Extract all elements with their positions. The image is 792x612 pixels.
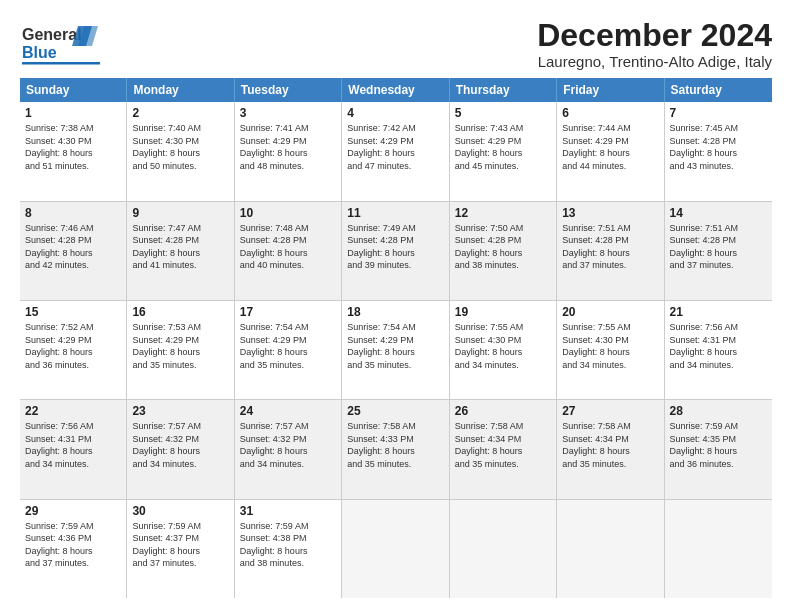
svg-text:Blue: Blue bbox=[22, 44, 57, 61]
cal-header-cell: Monday bbox=[127, 78, 234, 102]
cell-info: Sunrise: 7:57 AMSunset: 4:32 PMDaylight:… bbox=[132, 420, 228, 470]
calendar: SundayMondayTuesdayWednesdayThursdayFrid… bbox=[20, 78, 772, 598]
logo: General Blue bbox=[20, 18, 110, 70]
calendar-cell: 15Sunrise: 7:52 AMSunset: 4:29 PMDayligh… bbox=[20, 301, 127, 399]
calendar-cell bbox=[450, 500, 557, 598]
cal-header-cell: Friday bbox=[557, 78, 664, 102]
day-number: 8 bbox=[25, 206, 121, 220]
day-number: 19 bbox=[455, 305, 551, 319]
day-number: 5 bbox=[455, 106, 551, 120]
calendar-cell bbox=[557, 500, 664, 598]
calendar-cell: 11Sunrise: 7:49 AMSunset: 4:28 PMDayligh… bbox=[342, 202, 449, 300]
day-number: 29 bbox=[25, 504, 121, 518]
cell-info: Sunrise: 7:41 AMSunset: 4:29 PMDaylight:… bbox=[240, 122, 336, 172]
cell-info: Sunrise: 7:54 AMSunset: 4:29 PMDaylight:… bbox=[240, 321, 336, 371]
cell-info: Sunrise: 7:51 AMSunset: 4:28 PMDaylight:… bbox=[562, 222, 658, 272]
day-number: 30 bbox=[132, 504, 228, 518]
day-number: 14 bbox=[670, 206, 767, 220]
header: General Blue December 2024 Lauregno, Tre… bbox=[20, 18, 772, 70]
cal-header-cell: Thursday bbox=[450, 78, 557, 102]
calendar-body: 1Sunrise: 7:38 AMSunset: 4:30 PMDaylight… bbox=[20, 102, 772, 598]
calendar-header: SundayMondayTuesdayWednesdayThursdayFrid… bbox=[20, 78, 772, 102]
cell-info: Sunrise: 7:59 AMSunset: 4:35 PMDaylight:… bbox=[670, 420, 767, 470]
calendar-cell: 13Sunrise: 7:51 AMSunset: 4:28 PMDayligh… bbox=[557, 202, 664, 300]
calendar-cell: 14Sunrise: 7:51 AMSunset: 4:28 PMDayligh… bbox=[665, 202, 772, 300]
calendar-cell: 6Sunrise: 7:44 AMSunset: 4:29 PMDaylight… bbox=[557, 102, 664, 200]
day-number: 20 bbox=[562, 305, 658, 319]
cell-info: Sunrise: 7:56 AMSunset: 4:31 PMDaylight:… bbox=[25, 420, 121, 470]
day-number: 13 bbox=[562, 206, 658, 220]
cal-header-cell: Tuesday bbox=[235, 78, 342, 102]
cal-header-cell: Sunday bbox=[20, 78, 127, 102]
calendar-cell: 22Sunrise: 7:56 AMSunset: 4:31 PMDayligh… bbox=[20, 400, 127, 498]
calendar-row: 8Sunrise: 7:46 AMSunset: 4:28 PMDaylight… bbox=[20, 202, 772, 301]
calendar-cell: 7Sunrise: 7:45 AMSunset: 4:28 PMDaylight… bbox=[665, 102, 772, 200]
cell-info: Sunrise: 7:59 AMSunset: 4:38 PMDaylight:… bbox=[240, 520, 336, 570]
calendar-cell: 21Sunrise: 7:56 AMSunset: 4:31 PMDayligh… bbox=[665, 301, 772, 399]
calendar-cell: 20Sunrise: 7:55 AMSunset: 4:30 PMDayligh… bbox=[557, 301, 664, 399]
cell-info: Sunrise: 7:45 AMSunset: 4:28 PMDaylight:… bbox=[670, 122, 767, 172]
page-title: December 2024 bbox=[537, 18, 772, 53]
calendar-cell: 9Sunrise: 7:47 AMSunset: 4:28 PMDaylight… bbox=[127, 202, 234, 300]
calendar-cell: 31Sunrise: 7:59 AMSunset: 4:38 PMDayligh… bbox=[235, 500, 342, 598]
calendar-cell: 17Sunrise: 7:54 AMSunset: 4:29 PMDayligh… bbox=[235, 301, 342, 399]
calendar-cell bbox=[342, 500, 449, 598]
day-number: 24 bbox=[240, 404, 336, 418]
day-number: 25 bbox=[347, 404, 443, 418]
calendar-cell: 25Sunrise: 7:58 AMSunset: 4:33 PMDayligh… bbox=[342, 400, 449, 498]
calendar-cell: 24Sunrise: 7:57 AMSunset: 4:32 PMDayligh… bbox=[235, 400, 342, 498]
cell-info: Sunrise: 7:55 AMSunset: 4:30 PMDaylight:… bbox=[562, 321, 658, 371]
calendar-cell: 18Sunrise: 7:54 AMSunset: 4:29 PMDayligh… bbox=[342, 301, 449, 399]
calendar-cell: 12Sunrise: 7:50 AMSunset: 4:28 PMDayligh… bbox=[450, 202, 557, 300]
calendar-cell: 1Sunrise: 7:38 AMSunset: 4:30 PMDaylight… bbox=[20, 102, 127, 200]
calendar-cell: 19Sunrise: 7:55 AMSunset: 4:30 PMDayligh… bbox=[450, 301, 557, 399]
cell-info: Sunrise: 7:47 AMSunset: 4:28 PMDaylight:… bbox=[132, 222, 228, 272]
calendar-row: 1Sunrise: 7:38 AMSunset: 4:30 PMDaylight… bbox=[20, 102, 772, 201]
calendar-row: 15Sunrise: 7:52 AMSunset: 4:29 PMDayligh… bbox=[20, 301, 772, 400]
cell-info: Sunrise: 7:38 AMSunset: 4:30 PMDaylight:… bbox=[25, 122, 121, 172]
day-number: 3 bbox=[240, 106, 336, 120]
svg-rect-4 bbox=[22, 62, 100, 65]
calendar-cell: 29Sunrise: 7:59 AMSunset: 4:36 PMDayligh… bbox=[20, 500, 127, 598]
calendar-cell: 27Sunrise: 7:58 AMSunset: 4:34 PMDayligh… bbox=[557, 400, 664, 498]
cell-info: Sunrise: 7:59 AMSunset: 4:37 PMDaylight:… bbox=[132, 520, 228, 570]
day-number: 12 bbox=[455, 206, 551, 220]
cell-info: Sunrise: 7:48 AMSunset: 4:28 PMDaylight:… bbox=[240, 222, 336, 272]
calendar-cell: 10Sunrise: 7:48 AMSunset: 4:28 PMDayligh… bbox=[235, 202, 342, 300]
cell-info: Sunrise: 7:44 AMSunset: 4:29 PMDaylight:… bbox=[562, 122, 658, 172]
cell-info: Sunrise: 7:59 AMSunset: 4:36 PMDaylight:… bbox=[25, 520, 121, 570]
day-number: 21 bbox=[670, 305, 767, 319]
calendar-cell bbox=[665, 500, 772, 598]
day-number: 7 bbox=[670, 106, 767, 120]
day-number: 18 bbox=[347, 305, 443, 319]
day-number: 10 bbox=[240, 206, 336, 220]
day-number: 16 bbox=[132, 305, 228, 319]
day-number: 23 bbox=[132, 404, 228, 418]
calendar-cell: 2Sunrise: 7:40 AMSunset: 4:30 PMDaylight… bbox=[127, 102, 234, 200]
cell-info: Sunrise: 7:42 AMSunset: 4:29 PMDaylight:… bbox=[347, 122, 443, 172]
cell-info: Sunrise: 7:46 AMSunset: 4:28 PMDaylight:… bbox=[25, 222, 121, 272]
page-subtitle: Lauregno, Trentino-Alto Adige, Italy bbox=[537, 53, 772, 70]
cell-info: Sunrise: 7:51 AMSunset: 4:28 PMDaylight:… bbox=[670, 222, 767, 272]
cell-info: Sunrise: 7:49 AMSunset: 4:28 PMDaylight:… bbox=[347, 222, 443, 272]
cal-header-cell: Wednesday bbox=[342, 78, 449, 102]
svg-text:General: General bbox=[22, 26, 82, 43]
calendar-row: 29Sunrise: 7:59 AMSunset: 4:36 PMDayligh… bbox=[20, 500, 772, 598]
cell-info: Sunrise: 7:58 AMSunset: 4:34 PMDaylight:… bbox=[455, 420, 551, 470]
calendar-cell: 23Sunrise: 7:57 AMSunset: 4:32 PMDayligh… bbox=[127, 400, 234, 498]
cell-info: Sunrise: 7:53 AMSunset: 4:29 PMDaylight:… bbox=[132, 321, 228, 371]
calendar-row: 22Sunrise: 7:56 AMSunset: 4:31 PMDayligh… bbox=[20, 400, 772, 499]
calendar-cell: 3Sunrise: 7:41 AMSunset: 4:29 PMDaylight… bbox=[235, 102, 342, 200]
cell-info: Sunrise: 7:57 AMSunset: 4:32 PMDaylight:… bbox=[240, 420, 336, 470]
calendar-cell: 26Sunrise: 7:58 AMSunset: 4:34 PMDayligh… bbox=[450, 400, 557, 498]
day-number: 9 bbox=[132, 206, 228, 220]
day-number: 28 bbox=[670, 404, 767, 418]
day-number: 6 bbox=[562, 106, 658, 120]
calendar-cell: 30Sunrise: 7:59 AMSunset: 4:37 PMDayligh… bbox=[127, 500, 234, 598]
day-number: 26 bbox=[455, 404, 551, 418]
day-number: 17 bbox=[240, 305, 336, 319]
cell-info: Sunrise: 7:50 AMSunset: 4:28 PMDaylight:… bbox=[455, 222, 551, 272]
cell-info: Sunrise: 7:43 AMSunset: 4:29 PMDaylight:… bbox=[455, 122, 551, 172]
day-number: 11 bbox=[347, 206, 443, 220]
calendar-cell: 4Sunrise: 7:42 AMSunset: 4:29 PMDaylight… bbox=[342, 102, 449, 200]
